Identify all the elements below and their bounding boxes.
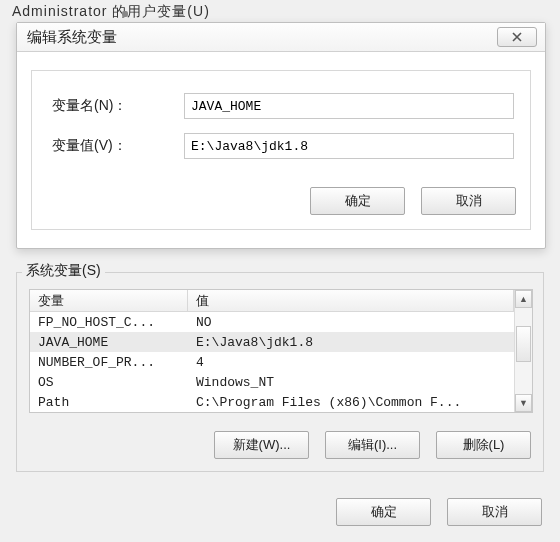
ok-button[interactable]: 确定	[310, 187, 405, 215]
user-vars-header-partial: Administrator 的用户变量(U)	[12, 3, 210, 21]
table-body: 变量 值 FP_NO_HOST_C...NOJAVA_HOMEE:\Java8\…	[30, 290, 514, 412]
variable-value-row: 变量值(V)：	[48, 133, 514, 159]
system-vars-group: 变量 值 FP_NO_HOST_C...NOJAVA_HOMEE:\Java8\…	[16, 272, 544, 472]
variable-value-label: 变量值(V)：	[48, 137, 184, 155]
delete-button[interactable]: 删除(L)	[436, 431, 531, 459]
vertical-scrollbar[interactable]: ▲ ▼	[514, 290, 532, 412]
cell-var-name: NUMBER_OF_PR...	[30, 354, 188, 371]
scroll-thumb[interactable]	[516, 326, 531, 362]
table-row[interactable]: JAVA_HOMEE:\Java8\jdk1.8	[30, 332, 514, 352]
scroll-up-button[interactable]: ▲	[515, 290, 532, 308]
table-row[interactable]: NUMBER_OF_PR...4	[30, 352, 514, 372]
new-button[interactable]: 新建(W)...	[214, 431, 309, 459]
table-rows: FP_NO_HOST_C...NOJAVA_HOMEE:\Java8\jdk1.…	[30, 312, 514, 412]
dialog-titlebar: 编辑系统变量	[17, 23, 545, 52]
artifact-dot	[122, 11, 128, 17]
cell-var-value: C:\Program Files (x86)\Common F...	[188, 394, 514, 411]
close-button[interactable]	[497, 27, 537, 47]
variable-name-row: 变量名(N)：	[48, 93, 514, 119]
cell-var-name: JAVA_HOME	[30, 334, 188, 351]
scroll-track[interactable]	[515, 308, 532, 394]
cell-var-name: FP_NO_HOST_C...	[30, 314, 188, 331]
column-header-name[interactable]: 变量	[30, 290, 188, 311]
system-vars-label: 系统变量(S)	[22, 262, 105, 280]
edit-button[interactable]: 编辑(I)...	[325, 431, 420, 459]
table-row[interactable]: FP_NO_HOST_C...NO	[30, 312, 514, 332]
system-vars-table[interactable]: 变量 值 FP_NO_HOST_C...NOJAVA_HOMEE:\Java8\…	[29, 289, 533, 413]
cancel-button[interactable]: 取消	[421, 187, 516, 215]
table-header: 变量 值	[30, 290, 514, 312]
ok-button-outer[interactable]: 确定	[336, 498, 431, 526]
cell-var-name: OS	[30, 374, 188, 391]
edit-system-variable-dialog: 编辑系统变量 变量名(N)： 变量值(V)： 确定 取消	[16, 22, 546, 249]
cell-var-value: NO	[188, 314, 514, 331]
table-row[interactable]: OSWindows_NT	[30, 372, 514, 392]
close-icon	[511, 31, 523, 43]
cell-var-value: E:\Java8\jdk1.8	[188, 334, 514, 351]
bottom-button-row: 确定 取消	[336, 498, 542, 526]
dialog-button-row: 确定 取消	[310, 187, 516, 215]
table-row[interactable]: PathC:\Program Files (x86)\Common F...	[30, 392, 514, 412]
cell-var-value: 4	[188, 354, 514, 371]
scroll-down-button[interactable]: ▼	[515, 394, 532, 412]
variable-value-input[interactable]	[184, 133, 514, 159]
variable-name-input[interactable]	[184, 93, 514, 119]
variable-name-label: 变量名(N)：	[48, 97, 184, 115]
system-vars-button-row: 新建(W)... 编辑(I)... 删除(L)	[214, 431, 531, 459]
cell-var-value: Windows_NT	[188, 374, 514, 391]
cell-var-name: Path	[30, 394, 188, 411]
dialog-content: 变量名(N)： 变量值(V)： 确定 取消	[31, 70, 531, 230]
cancel-button-outer[interactable]: 取消	[447, 498, 542, 526]
column-header-value[interactable]: 值	[188, 290, 514, 311]
dialog-title: 编辑系统变量	[27, 28, 117, 47]
